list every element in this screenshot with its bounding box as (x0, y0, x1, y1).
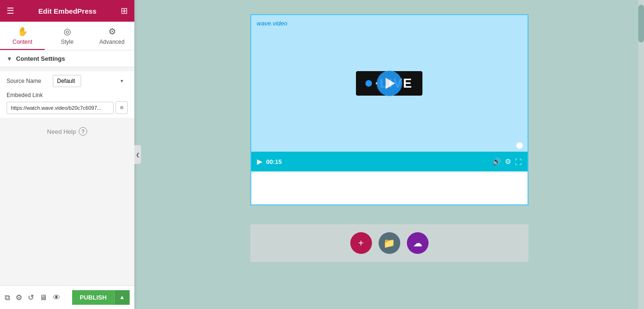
tab-content-label: Content (12, 39, 32, 45)
publish-button-group: PUBLISH ▲ (72, 290, 130, 305)
section-arrow-icon: ▼ (7, 56, 12, 62)
advanced-icon: ⚙ (108, 26, 116, 37)
scrollbar-track (638, 0, 644, 309)
embed-link-copy-button[interactable]: ≡ (116, 101, 128, 114)
publish-arrow-button[interactable]: ▲ (114, 290, 130, 305)
sidebar-bottom-bar: ⧉ ⚙ ↺ 🖥 👁 PUBLISH ▲ (0, 285, 134, 309)
layers-icon[interactable]: ⧉ (5, 293, 10, 302)
hamburger-icon[interactable]: ☰ (7, 6, 14, 16)
desktop-icon[interactable]: 🖥 (40, 293, 47, 302)
sidebar-title: Edit EmbedPress (38, 7, 96, 15)
need-help-section[interactable]: Need Help ? (0, 118, 134, 145)
content-settings-fields: Source Name Default Custom Embeded Link … (0, 71, 134, 118)
content-settings-label: Content Settings (16, 55, 65, 62)
source-name-row: Source Name Default Custom (7, 75, 128, 87)
tab-advanced[interactable]: ⚙ Advanced (90, 22, 134, 50)
video-fullscreen-button[interactable]: ⛶ (515, 158, 522, 166)
settings-icon[interactable]: ⚙ (16, 293, 22, 302)
style-icon: ◎ (64, 26, 71, 37)
progress-dot (516, 142, 523, 149)
embed-link-label: Embeded Link (7, 92, 128, 98)
bottom-widget: + 📁 ☁ (250, 224, 528, 262)
bottom-icons-group: ⧉ ⚙ ↺ 🖥 👁 (5, 293, 60, 302)
play-button[interactable] (377, 71, 402, 96)
video-controls: ▶ 00:15 🔊 ⚙ ⛶ (251, 152, 528, 171)
source-name-label: Source Name (7, 78, 49, 84)
video-below-area (251, 171, 528, 204)
sidebar: ☰ Edit EmbedPress ⊞ ✋ Content ◎ Style ⚙ … (0, 0, 134, 309)
embed-link-input[interactable] (7, 102, 114, 114)
undo-icon[interactable]: ↺ (28, 293, 34, 302)
need-help-label: Need Help (47, 128, 76, 135)
sidebar-content: ▼ Content Settings Source Name Default C… (0, 50, 134, 285)
sidebar-header: ☰ Edit EmbedPress ⊞ (0, 0, 134, 22)
live-dot (365, 80, 372, 87)
video-play-pause-button[interactable]: ▶ (257, 157, 263, 166)
tab-style-label: Style (61, 39, 74, 45)
play-triangle-icon (386, 78, 395, 89)
main-content: wave.video ·LIVE ▶ 00:15 🔊 ⚙ ⛶ + 📁 (134, 0, 644, 309)
scrollbar-thumb[interactable] (638, 5, 644, 42)
wave-video-label: wave.video (257, 20, 288, 27)
help-icon: ? (79, 127, 87, 136)
video-container: wave.video ·LIVE ▶ 00:15 🔊 ⚙ ⛶ (250, 14, 528, 205)
embed-link-row: Embeded Link ≡ (7, 92, 128, 114)
video-player: wave.video ·LIVE (251, 15, 528, 152)
tab-style[interactable]: ◎ Style (45, 22, 90, 50)
sidebar-tabs: ✋ Content ◎ Style ⚙ Advanced (0, 22, 134, 50)
video-volume-button[interactable]: 🔊 (492, 157, 501, 166)
publish-button[interactable]: PUBLISH (72, 290, 114, 305)
content-icon: ✋ (17, 26, 28, 37)
eye-icon[interactable]: 👁 (53, 293, 60, 302)
cloud-fab-button[interactable]: ☁ (407, 232, 429, 254)
video-settings-button[interactable]: ⚙ (505, 157, 511, 166)
collapse-sidebar-handle[interactable]: ❮ (134, 145, 141, 164)
folder-fab-button[interactable]: 📁 (379, 232, 400, 254)
grid-icon[interactable]: ⊞ (121, 6, 128, 16)
source-name-select-wrapper[interactable]: Default Custom (53, 75, 128, 87)
source-name-select[interactable]: Default Custom (53, 75, 81, 87)
content-settings-header[interactable]: ▼ Content Settings (0, 50, 134, 67)
tab-advanced-label: Advanced (99, 39, 124, 45)
embed-link-input-row: ≡ (7, 101, 128, 114)
add-fab-button[interactable]: + (350, 232, 372, 254)
tab-content[interactable]: ✋ Content (0, 22, 45, 50)
video-time: 00:15 (266, 158, 282, 165)
